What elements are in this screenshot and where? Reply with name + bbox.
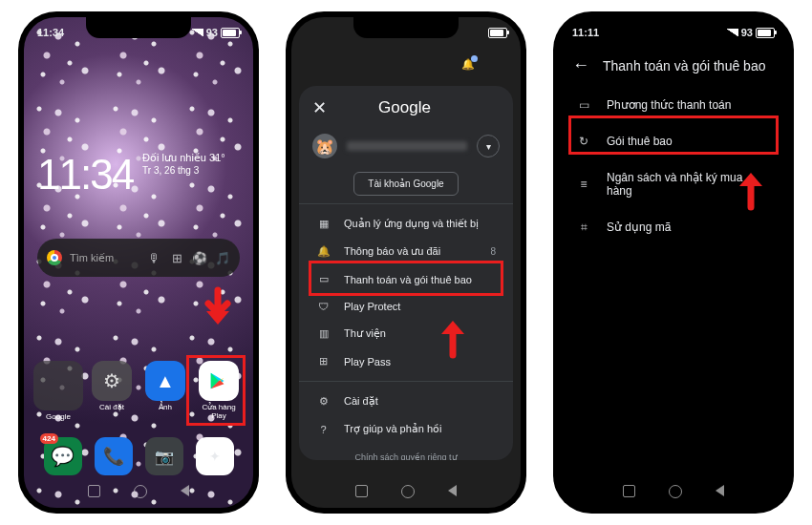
nav-back[interactable] — [181, 485, 189, 496]
profile-name-redacted — [347, 141, 467, 151]
chevron-down-icon[interactable]: ▾ — [477, 135, 500, 158]
notifications-icon[interactable]: 🔔 — [461, 58, 475, 71]
music-icon[interactable]: 🎵 — [215, 250, 230, 265]
battery-icon — [221, 28, 240, 38]
search-widget[interactable]: Tìm kiếm 🎙 ⊞ ⚽ 🎵 — [37, 239, 240, 277]
notch — [353, 17, 459, 38]
lens-icon[interactable]: ⊞ — [169, 250, 184, 265]
privacy-link[interactable]: Chính sách quyền riêng tư — [299, 443, 513, 460]
app-settings[interactable]: ⚙Cài đặt — [87, 361, 137, 422]
app-google-folder[interactable]: Google — [33, 361, 83, 422]
battery-icon — [756, 28, 775, 38]
annotation-arrow-icon — [202, 286, 234, 332]
annotation-highlight-box — [186, 355, 246, 426]
profile-row[interactable]: 🐹 ▾ — [299, 128, 513, 164]
list-icon: ≡ — [576, 178, 591, 191]
annotation-highlight-box — [309, 261, 503, 296]
app-label: Ảnh — [159, 404, 172, 412]
notch — [86, 17, 191, 38]
temp: 31° — [209, 152, 225, 163]
nav-back[interactable] — [448, 485, 457, 496]
row-redeem-code[interactable]: ⌗Sử dụng mã — [559, 209, 788, 245]
page-title: Thanh toán và gói thuê bao — [603, 58, 765, 74]
phone-play-menu: 11:09 93 🔍 Tìm kiếm ứng d... 🎙 🔔 ✕ Googl… — [286, 11, 526, 514]
nav-home[interactable] — [669, 485, 682, 498]
clock-time: 11:34 — [37, 151, 133, 199]
signal-icon — [727, 29, 738, 36]
dock-assistant[interactable]: ✦ — [196, 437, 234, 475]
gear-icon: ⚙ — [92, 361, 132, 401]
signal-icon — [192, 29, 203, 36]
menu-help[interactable]: ?Trợ giúp và phản hồi — [299, 415, 513, 443]
library-icon: ▥ — [316, 327, 331, 340]
battery-pct: 93 — [741, 27, 753, 38]
phone-payments-settings: 11:11 93 ← Thanh toán và gói thuê bao ▭P… — [553, 11, 794, 514]
badge: 424 — [40, 433, 58, 444]
nav-recents[interactable] — [355, 485, 368, 497]
annotation-highlight-box — [568, 116, 779, 155]
phone-home: 11:34 93 11:34 Đối lưu nhiều 31° Tr 3, 2… — [18, 11, 259, 514]
status-icons: 93 — [192, 27, 240, 38]
status-time: 11:34 — [37, 27, 64, 38]
annotation-arrow-icon — [735, 165, 767, 211]
nav-bar — [24, 479, 253, 504]
nav-home[interactable] — [134, 485, 147, 498]
google-logo: Google — [310, 98, 500, 117]
mic-icon[interactable]: 🎙 — [146, 250, 161, 265]
menu-play-protect[interactable]: 🛡Play Protect — [299, 293, 513, 320]
nav-recents[interactable] — [88, 485, 100, 497]
clock-widget[interactable]: 11:34 Đối lưu nhiều 31° Tr 3, 26 thg 3 — [37, 151, 225, 199]
app-photos[interactable]: ▲Ảnh — [140, 361, 190, 422]
menu-manage-apps[interactable]: ▦Quản lý ứng dụng và thiết bị — [299, 210, 513, 238]
clock-date: Tr 3, 26 thg 3 — [142, 164, 225, 177]
page-header: ← Thanh toán và gói thuê bao — [559, 44, 788, 87]
menu-library[interactable]: ▥Thư viện — [299, 320, 513, 347]
chrome-icon — [47, 250, 62, 265]
app-label: Google — [46, 413, 71, 422]
nav-bar — [291, 479, 521, 504]
notch — [621, 17, 726, 38]
bell-icon: 🔔 — [316, 245, 331, 258]
gear-icon: ⚙ — [316, 395, 331, 408]
menu-play-pass[interactable]: ⊞Play Pass — [299, 347, 513, 375]
folder-icon — [33, 361, 83, 410]
nav-bar — [559, 479, 788, 504]
code-icon: ⌗ — [576, 220, 591, 234]
battery-pct: 93 — [206, 27, 218, 38]
sports-icon[interactable]: ⚽ — [192, 250, 207, 265]
card-icon: ▭ — [576, 98, 591, 112]
status-time: 11:11 — [572, 27, 599, 38]
nav-back[interactable] — [716, 485, 724, 496]
avatar: 🐹 — [312, 134, 337, 158]
battery-icon — [488, 28, 507, 38]
shield-icon: 🛡 — [316, 301, 331, 312]
dock-camera[interactable]: 📷 — [145, 437, 183, 475]
ticket-icon: ⊞ — [316, 355, 331, 368]
help-icon: ? — [316, 424, 331, 435]
nav-recents[interactable] — [623, 485, 635, 497]
menu-settings[interactable]: ⚙Cài đặt — [299, 388, 513, 415]
manage-account-button[interactable]: Tài khoản Google — [353, 172, 458, 196]
weather-label: Đối lưu nhiều — [142, 152, 206, 163]
dock-messages[interactable]: 💬424 — [44, 437, 82, 475]
search-placeholder: Tìm kiếm — [70, 252, 139, 264]
nav-home[interactable] — [401, 485, 415, 498]
apps-icon: ▦ — [316, 218, 331, 230]
photos-icon: ▲ — [145, 361, 185, 401]
back-arrow-icon[interactable]: ← — [572, 55, 589, 75]
annotation-arrow-icon — [437, 313, 469, 359]
app-label: Cài đặt — [99, 404, 124, 412]
dock-phone[interactable]: 📞 — [95, 437, 133, 475]
